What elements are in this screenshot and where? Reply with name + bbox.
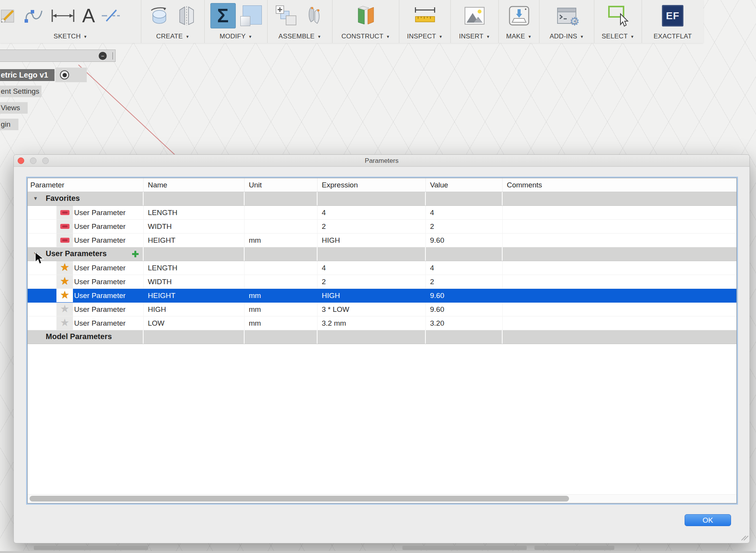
- parameter-row-fav-length[interactable]: User Parameter LENGTH 4 4: [28, 206, 736, 220]
- parameter-comment[interactable]: [503, 289, 736, 302]
- parameter-expression[interactable]: 4: [318, 261, 426, 275]
- parameter-comment[interactable]: [503, 261, 736, 275]
- parameter-row-low[interactable]: ★ User Parameter LOW mm 3.2 mm 3.20: [28, 316, 736, 330]
- exactflat-icon[interactable]: EF: [662, 5, 683, 26]
- create-sketch-icon[interactable]: [1, 7, 17, 25]
- browser-item-document-settings[interactable]: ent Settings: [0, 86, 41, 97]
- dialog-titlebar[interactable]: Parameters: [14, 155, 749, 167]
- column-header-value[interactable]: Value: [426, 178, 503, 192]
- star-unfavorited-icon[interactable]: ★: [60, 304, 69, 314]
- section-row-model-parameters[interactable]: Model Parameters: [28, 330, 736, 344]
- document-activate-radio[interactable]: [55, 68, 87, 82]
- toolbar-group-inspect[interactable]: INSPECT▼: [399, 0, 451, 43]
- favorite-icon-cell[interactable]: ★: [56, 316, 73, 330]
- section-row-user-parameters[interactable]: ▼ User Parameters: [28, 247, 736, 261]
- parameter-expression[interactable]: 2: [318, 275, 426, 288]
- parameter-comment[interactable]: [503, 275, 736, 288]
- favorite-icon-cell[interactable]: [56, 233, 73, 247]
- favorite-icon-cell[interactable]: ★: [56, 261, 73, 275]
- browser-search-bar[interactable]: −: [0, 50, 116, 62]
- toolbar-group-create[interactable]: CREATE▼: [141, 0, 205, 43]
- favorite-icon-cell[interactable]: ★: [56, 275, 73, 288]
- mirror-icon[interactable]: [176, 5, 197, 26]
- toolbar-group-exactflat[interactable]: EF EXACTFLAT: [642, 0, 703, 43]
- window-resize-handle[interactable]: [741, 535, 747, 541]
- spline-icon[interactable]: [24, 8, 44, 24]
- parameter-name[interactable]: WIDTH: [144, 275, 245, 288]
- parameter-expression[interactable]: HIGH: [318, 289, 426, 302]
- parameter-expression[interactable]: HIGH: [318, 233, 426, 247]
- favorite-icon-cell[interactable]: [56, 206, 73, 219]
- parameter-row-high[interactable]: ★ User Parameter HIGH mm 3 * LOW 9.60: [28, 303, 736, 316]
- parameter-name[interactable]: HEIGHT: [144, 233, 245, 247]
- parameter-row-height-selected[interactable]: ★ User Parameter HEIGHT mm HIGH 9.60: [28, 289, 736, 303]
- toolbar-group-make[interactable]: MAKE▼: [499, 0, 539, 43]
- toolbar-label-addins[interactable]: ADD-INS▼: [549, 31, 584, 41]
- toolbar-group-construct[interactable]: CONSTRUCT▼: [333, 0, 399, 43]
- joint-icon[interactable]: [304, 5, 324, 26]
- parameter-row-width[interactable]: ★ User Parameter WIDTH 2 2: [28, 275, 736, 289]
- parameter-name[interactable]: HEIGHT: [144, 289, 245, 302]
- column-header-expression[interactable]: Expression: [318, 178, 426, 192]
- trim-icon[interactable]: [102, 8, 122, 23]
- toolbar-label-select[interactable]: SELECT▼: [602, 31, 634, 41]
- toolbar-label-assemble[interactable]: ASSEMBLE▼: [278, 31, 321, 41]
- scripts-addins-icon[interactable]: ⚙: [557, 7, 577, 24]
- ok-button[interactable]: OK: [685, 514, 731, 526]
- collapse-minus-icon[interactable]: −: [99, 52, 107, 60]
- parameter-name[interactable]: LENGTH: [144, 261, 245, 275]
- parameter-expression[interactable]: 3.2 mm: [318, 316, 426, 330]
- toolbar-group-modify[interactable]: Σ MODIFY▼: [205, 0, 268, 43]
- parameter-row-fav-height[interactable]: User Parameter HEIGHT mm HIGH 9.60: [28, 233, 736, 247]
- parameter-name[interactable]: WIDTH: [144, 220, 245, 233]
- 3d-print-icon[interactable]: [508, 5, 530, 26]
- change-parameters-button-active[interactable]: Σ: [210, 3, 236, 28]
- star-favorite-icon[interactable]: ★: [60, 262, 69, 273]
- toolbar-group-select[interactable]: SELECT▼: [594, 0, 642, 43]
- toolbar-label-inspect[interactable]: INSPECT▼: [407, 31, 443, 41]
- parameter-name[interactable]: HIGH: [144, 303, 245, 316]
- browser-item-origin[interactable]: gin: [0, 119, 18, 130]
- new-component-icon[interactable]: [275, 5, 298, 26]
- parameter-name[interactable]: LOW: [144, 316, 245, 330]
- parameter-comment[interactable]: [503, 206, 736, 219]
- toolbar-label-modify[interactable]: MODIFY▼: [220, 31, 252, 41]
- toolbar-group-assemble[interactable]: ASSEMBLE▼: [268, 0, 333, 43]
- column-header-unit[interactable]: Unit: [245, 178, 318, 192]
- column-header-parameter[interactable]: Parameter: [28, 178, 144, 192]
- horizontal-scrollbar-track[interactable]: [28, 494, 736, 503]
- parameter-comment[interactable]: [503, 233, 736, 247]
- collapse-triangle-icon[interactable]: ▼: [33, 196, 38, 201]
- parameter-comment[interactable]: [503, 220, 736, 233]
- parameter-expression[interactable]: 3 * LOW: [318, 303, 426, 316]
- sketch-text-icon[interactable]: A: [82, 6, 95, 25]
- parameter-comment[interactable]: [503, 316, 736, 330]
- favorite-icon-cell[interactable]: ★: [56, 289, 73, 302]
- browser-item-named-views[interactable]: Views: [0, 102, 28, 114]
- parameter-comment[interactable]: [503, 303, 736, 316]
- toolbar-label-sketch[interactable]: SKETCH▼: [54, 31, 88, 41]
- select-icon[interactable]: [607, 5, 630, 27]
- parameter-row-length[interactable]: ★ User Parameter LENGTH 4 4: [28, 261, 736, 275]
- browser-document-title[interactable]: etric Lego v1: [0, 69, 55, 81]
- add-parameter-button[interactable]: [132, 251, 139, 257]
- parameter-name[interactable]: LENGTH: [144, 206, 245, 219]
- column-header-name[interactable]: Name: [144, 178, 245, 192]
- favorite-icon-cell[interactable]: [56, 220, 73, 233]
- press-pull-icon[interactable]: [240, 5, 262, 26]
- dimension-icon[interactable]: [51, 8, 75, 23]
- construct-plane-icon[interactable]: [355, 5, 377, 26]
- measure-icon[interactable]: [413, 6, 437, 26]
- parameter-expression[interactable]: 4: [318, 206, 426, 219]
- toolbar-label-insert[interactable]: INSERT▼: [459, 31, 490, 41]
- toolbar-group-addins[interactable]: ⚙ ADD-INS▼: [539, 0, 594, 43]
- toolbar-group-sketch[interactable]: A SKETCH▼: [0, 0, 141, 43]
- parameter-expression[interactable]: 2: [318, 220, 426, 233]
- toolbar-label-create[interactable]: CREATE▼: [156, 31, 190, 41]
- column-header-comments[interactable]: Comments: [503, 178, 736, 192]
- parameter-row-fav-width[interactable]: User Parameter WIDTH 2 2: [28, 220, 736, 233]
- section-row-favorites[interactable]: ▼ Favorites: [28, 192, 736, 206]
- star-favorite-icon[interactable]: ★: [60, 276, 69, 286]
- star-favorite-icon[interactable]: ★: [60, 290, 69, 300]
- toolbar-label-exactflat[interactable]: EXACTFLAT: [653, 31, 692, 41]
